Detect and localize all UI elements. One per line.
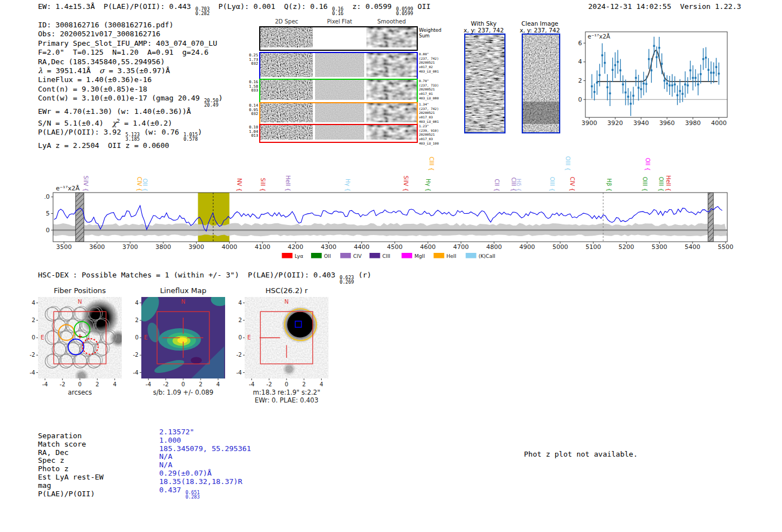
svg-text:4700: 4700 — [453, 243, 469, 251]
svg-text:-2: -2 — [266, 381, 272, 387]
spec2d-cell — [260, 80, 313, 100]
spec2d-cell — [366, 125, 417, 140]
svg-text:10: 10 — [45, 193, 50, 200]
svg-text:5300: 5300 — [652, 243, 667, 251]
svg-text:0: 0 — [285, 381, 288, 387]
emission-line-label-SiII: SiII { — [260, 178, 266, 191]
svg-text:3600: 3600 — [89, 243, 105, 251]
svg-text:-2: -2 — [60, 381, 65, 387]
svg-text:4100: 4100 — [255, 243, 270, 251]
svg-text:5400: 5400 — [685, 243, 700, 251]
elixer-report-page: { "header": { "left_segments": [ {"t":"E… — [0, 0, 782, 532]
svg-text:3700: 3700 — [122, 243, 138, 251]
svg-text:2: 2 — [32, 317, 35, 323]
svg-text:-2: -2 — [30, 352, 35, 358]
svg-text:4: 4 — [239, 300, 242, 306]
svg-text:e⁻¹⁷x2Å: e⁻¹⁷x2Å — [588, 33, 611, 40]
emission-line-label-HeII: HeII { — [285, 175, 291, 191]
emission-line-label-NV: NV { — [236, 178, 242, 191]
spec2d-header-pixelflat: Pixel Flat — [315, 18, 364, 25]
svg-text:-4: -4 — [30, 370, 35, 376]
legend-item-CIV: CIV — [340, 253, 362, 259]
match-row-label-7: P(LAE)/P(OII) — [38, 490, 95, 499]
legend-item-OII: OII — [311, 253, 331, 259]
info-line-11: P(LAE)/P(OII): 3.92 5.1233.185 (w: 0.76 … — [38, 128, 223, 141]
info-line-2: Primary Spec_Slot_IFU_AMP: 403_074_070_L… — [38, 39, 223, 48]
spec2d-cell — [315, 125, 364, 140]
svg-text:5200: 5200 — [618, 243, 634, 251]
detection-info-block: ID: 3008162716 (3008162716.pdf)Obs: 2020… — [38, 21, 223, 151]
info-line-7: Cont(n) = 9.30(±0.85)e-18 — [38, 85, 223, 94]
svg-text:HSC(26.2) r: HSC(26.2) r — [265, 286, 308, 295]
stacked-uncertainty-value: 1.0150.578 — [183, 132, 198, 141]
svg-text:EWr: 0. PLAE: 0.403: EWr: 0. PLAE: 0.403 — [255, 396, 318, 404]
legend-item-HeII: HeII — [433, 253, 456, 259]
svg-text:0: 0 — [78, 381, 82, 387]
emission-line-label-Hβ: Hβ { — [606, 179, 612, 191]
svg-text:2: 2 — [135, 317, 139, 323]
svg-text:0: 0 — [135, 334, 139, 341]
spec2d-row-annotation: 0.70" (237, 733) 20200521 v017_01 403_LU… — [419, 79, 438, 101]
svg-text:s/b: 1.09 +/- 0.089: s/b: 1.09 +/- 0.089 — [153, 389, 213, 396]
svg-text:3980: 3980 — [685, 119, 701, 127]
svg-text:0: 0 — [46, 227, 50, 234]
svg-text:Lineflux Map: Lineflux Map — [160, 286, 207, 295]
legend-item-Lyα: Lyα — [282, 253, 304, 259]
spec2d-cell — [260, 27, 313, 47]
svg-text:0: 0 — [239, 334, 242, 341]
svg-text:4600: 4600 — [420, 243, 436, 251]
emission-line-label-Hδ: Hδ { — [516, 179, 522, 191]
legend-item-CIII: CIII — [370, 253, 390, 259]
svg-text:4: 4 — [578, 58, 582, 65]
svg-text:2: 2 — [96, 381, 99, 387]
lineflux-map-panel: NELineflux Map-4-2024420-2-4s/b: 1.09 +/… — [126, 282, 237, 408]
spec2d-cell — [260, 125, 313, 140]
svg-text:4: 4 — [135, 300, 139, 306]
spec2d-cell — [260, 53, 313, 77]
spec2d-cell — [260, 103, 313, 122]
svg-text:0: 0 — [32, 334, 35, 341]
svg-text:4500: 4500 — [387, 243, 403, 251]
svg-text:3940: 3940 — [633, 119, 649, 127]
info-line-3: F=2.0" T=0.125 N=1.20 A=0.91 g=24.6 — [38, 48, 223, 57]
sky-panel-title-1: Clean Image x, y: 237, 742 — [505, 20, 575, 33]
svg-text:arcsecs: arcsecs — [68, 389, 92, 396]
emission-line-label-OII: OII { — [645, 158, 651, 171]
spec2d-cell — [315, 27, 364, 47]
spec2d-cell — [366, 53, 417, 77]
svg-text:-4: -4 — [42, 381, 48, 387]
svg-text:-2: -2 — [163, 381, 169, 387]
emission-line-label-Hγ: Hγ { — [345, 179, 351, 191]
match-row-value-7: 0.437 0.6510.283 — [159, 486, 200, 499]
svg-text:3800: 3800 — [155, 243, 171, 251]
svg-text:CIII: CIII — [383, 253, 390, 259]
spec2d-cell — [366, 80, 417, 100]
svg-text:N: N — [284, 299, 288, 305]
svg-text:4400: 4400 — [354, 243, 370, 251]
svg-text:5100: 5100 — [585, 243, 601, 251]
clean-image — [522, 33, 560, 133]
svg-text:MgII: MgII — [414, 253, 425, 259]
spec2d-row-annotation: 1.23" (239, 910) 20200521 v017_03 403_LU… — [419, 124, 438, 146]
stacked-uncertainty-value: 0.160.16 — [332, 7, 344, 16]
svg-text:3920: 3920 — [607, 119, 623, 127]
emission-line-label-OIII: OIII { — [642, 177, 648, 191]
svg-text:Fiber Positions: Fiber Positions — [54, 286, 106, 295]
svg-text:-4: -4 — [133, 370, 139, 376]
svg-text:-4: -4 — [236, 370, 242, 376]
spec2d-row-4 — [259, 124, 418, 143]
stacked-uncertainty-value: 0.7030.282 — [196, 7, 210, 16]
hsc-cutout-panel: NEHSC(26.2) r-4-2024420-2-4m:18.3 re:1.9… — [229, 282, 341, 408]
report-version: Version 1.22.3 — [680, 2, 741, 11]
spec2d-header-2dspec: 2D Spec — [260, 18, 313, 25]
svg-text:6: 6 — [578, 40, 582, 47]
header-summary-line: EW: 1.4±15.3Å P(LAE)/P(OII): 0.443 0.703… — [38, 2, 431, 16]
svg-text:4900: 4900 — [519, 243, 535, 251]
svg-text:4000: 4000 — [222, 243, 237, 251]
spec2d-row-annotation: 0.80" (237, 742) 20200521 v017_02 403_LU… — [419, 52, 438, 74]
spec2d-row-annotation: Weighted Sum — [419, 28, 441, 39]
spec2d-row-left-label: 0.25 1.73 032 — [241, 54, 258, 66]
spec2d-header-smoothed: Smoothed — [366, 18, 417, 25]
svg-text:E: E — [247, 334, 251, 341]
emission-line-label-OIII: OIII { — [565, 156, 571, 171]
